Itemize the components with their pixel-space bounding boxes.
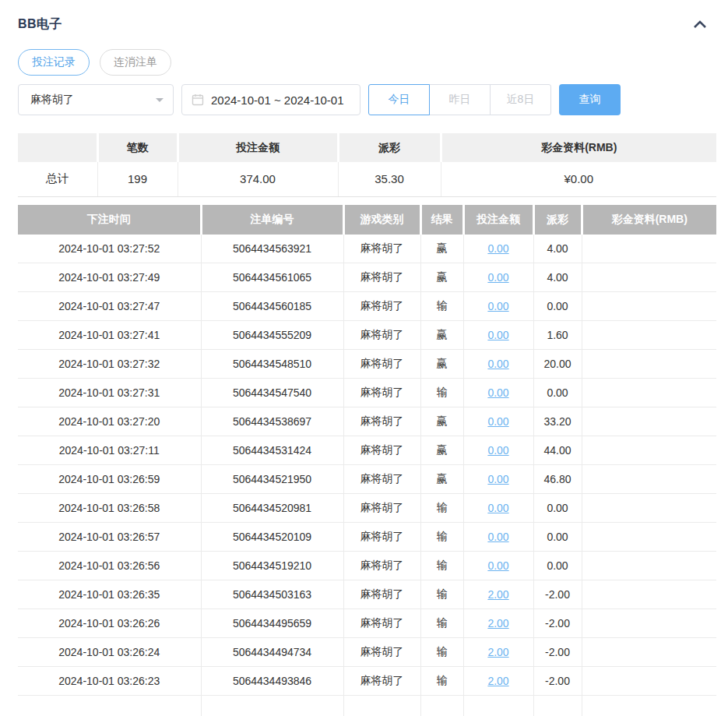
date-range-input[interactable]: 2024-10-01 ~ 2024-10-01 [181, 84, 360, 115]
bet-amount-link[interactable]: 0.00 [487, 559, 508, 572]
payout-cell: 46.80 [533, 465, 582, 494]
payout-cell: 0.00 [533, 523, 582, 552]
bet-id-cell: 5064434519210 [201, 552, 343, 580]
bonus-cell [582, 235, 716, 263]
bet-time-cell: 2024-10-01 03:27:47 [18, 292, 201, 321]
bet-id-cell: 5064434520109 [201, 523, 343, 552]
bet-id-cell: 5064434493846 [201, 667, 343, 696]
bet-amount-link[interactable]: 2.00 [487, 617, 508, 630]
payout-cell: -2.00 [533, 580, 582, 609]
result-cell: 赢 [420, 407, 463, 436]
summary-count: 199 [97, 162, 178, 196]
game-type-cell: 麻将胡了 [343, 580, 420, 609]
summary-total-row: 总计 199 374.00 35.30 ¥0.00 [18, 162, 716, 196]
bet-id-cell: 5064434494734 [201, 638, 343, 667]
result-cell: 输 [420, 552, 463, 580]
game-type-cell: 麻将胡了 [343, 465, 420, 494]
bet-amount-link[interactable]: 0.00 [487, 473, 508, 485]
filter-bar: 麻将胡了 2024-10-01 ~ 2024-10-01 今日 昨日 近8日 查… [18, 84, 716, 115]
game-type-cell: 麻将胡了 [343, 523, 420, 552]
game-type-cell: 麻将胡了 [343, 292, 420, 321]
bonus-cell [582, 552, 716, 580]
records-header-row: 下注时间注单编号游戏类别结果投注金额派彩彩金资料(RMB) [18, 205, 716, 235]
tab-cancelled-bets[interactable]: 连消注单 [100, 49, 171, 76]
panel-header: BB电子 [18, 14, 716, 34]
bet-amount-link[interactable]: 0.00 [487, 415, 508, 428]
quick-button-last8days[interactable]: 近8日 [490, 84, 551, 115]
collapse-button[interactable] [690, 16, 710, 32]
bonus-cell [582, 465, 716, 494]
game-type-cell: 麻将胡了 [343, 552, 420, 580]
bet-amount-link[interactable]: 0.00 [487, 329, 508, 341]
table-row: 2024-10-01 03:26:355064434503163麻将胡了输2.0… [18, 580, 716, 609]
records-col-header: 注单编号 [201, 205, 343, 235]
table-row: 2024-10-01 03:27:315064434547540麻将胡了输0.0… [18, 379, 716, 407]
payout-cell: -2.00 [533, 667, 582, 696]
table-row: 2024-10-01 03:26:235064434493846麻将胡了输2.0… [18, 667, 716, 696]
bet-amount-link[interactable]: 2.00 [487, 588, 508, 601]
bet-amount-link[interactable]: 0.00 [487, 444, 508, 457]
bonus-cell [582, 407, 716, 436]
bet-time-cell: 2024-10-01 03:27:31 [18, 379, 201, 407]
bet-id-cell: 5064434563921 [201, 235, 343, 263]
payout-cell: 1.60 [533, 321, 582, 350]
payout-cell: 0.00 [533, 494, 582, 523]
bonus-cell [582, 350, 716, 379]
records-col-header: 投注金额 [463, 205, 533, 235]
table-row-partial [18, 696, 716, 716]
table-row: 2024-10-01 03:27:415064434555209麻将胡了赢0.0… [18, 321, 716, 350]
bet-amount-link[interactable]: 0.00 [487, 300, 508, 312]
quick-button-today[interactable]: 今日 [368, 84, 430, 115]
bet-amount-link[interactable]: 0.00 [487, 271, 508, 284]
bet-time-cell: 2024-10-01 03:26:57 [18, 523, 201, 552]
chevron-up-icon [693, 19, 707, 29]
result-cell: 赢 [420, 321, 463, 350]
result-cell: 赢 [420, 465, 463, 494]
calendar-icon [192, 93, 204, 106]
bet-amount-link[interactable]: 2.00 [487, 675, 508, 687]
table-row: 2024-10-01 03:27:205064434538697麻将胡了赢0.0… [18, 407, 716, 436]
table-row: 2024-10-01 03:27:325064434548510麻将胡了赢0.0… [18, 350, 716, 379]
search-button[interactable]: 查询 [559, 84, 621, 115]
bet-amount-link[interactable]: 0.00 [487, 358, 508, 370]
summary-payout: 35.30 [338, 162, 441, 196]
bet-time-cell: 2024-10-01 03:26:58 [18, 494, 201, 523]
tab-betting-records[interactable]: 投注记录 [18, 49, 90, 76]
result-cell: 赢 [420, 263, 463, 292]
result-cell: 赢 [420, 436, 463, 465]
summary-col-header: 彩金资料(RMB) [441, 133, 716, 162]
result-cell: 输 [420, 494, 463, 523]
bet-amount-cell: 0.00 [463, 552, 533, 580]
records-col-header: 下注时间 [18, 205, 201, 235]
bet-amount-cell: 2.00 [463, 609, 533, 638]
bet-id-cell: 5064434548510 [201, 350, 343, 379]
bet-time-cell: 2024-10-01 03:27:41 [18, 321, 201, 350]
bet-time-cell: 2024-10-01 03:27:11 [18, 436, 201, 465]
bet-amount-link[interactable]: 0.00 [487, 531, 508, 543]
bet-time-cell: 2024-10-01 03:26:56 [18, 552, 201, 580]
game-type-cell: 麻将胡了 [343, 638, 420, 667]
quick-button-yesterday[interactable]: 昨日 [429, 84, 491, 115]
payout-cell: 33.20 [533, 407, 582, 436]
bet-amount-link[interactable]: 0.00 [487, 242, 508, 255]
bet-amount-link[interactable]: 0.00 [487, 502, 508, 514]
bonus-cell [582, 321, 716, 350]
bet-amount-link[interactable]: 0.00 [487, 386, 508, 399]
table-row: 2024-10-01 03:26:565064434519210麻将胡了输0.0… [18, 552, 716, 580]
bonus-cell [582, 292, 716, 321]
bet-amount-cell: 0.00 [463, 235, 533, 263]
bet-id-cell: 5064434521950 [201, 465, 343, 494]
bet-time-cell [18, 696, 201, 716]
game-type-cell: 麻将胡了 [343, 667, 420, 696]
bet-time-cell: 2024-10-01 03:27:49 [18, 263, 201, 292]
records-col-header: 彩金资料(RMB) [582, 205, 716, 235]
game-select[interactable]: 麻将胡了 [18, 84, 174, 115]
game-type-cell: 麻将胡了 [343, 436, 420, 465]
bet-amount-cell: 2.00 [463, 580, 533, 609]
bet-amount-cell [463, 696, 533, 716]
bet-amount-link[interactable]: 2.00 [487, 646, 508, 658]
game-type-cell: 麻将胡了 [343, 494, 420, 523]
bonus-cell [582, 609, 716, 638]
bonus-cell [582, 638, 716, 667]
summary-col-header [18, 133, 97, 162]
